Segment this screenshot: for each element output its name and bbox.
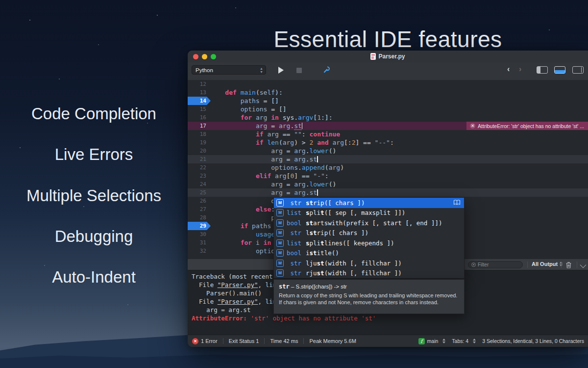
method-badge-icon: M: [276, 209, 284, 216]
method-signature: startswith(prefix [, start [, end ]]): [306, 219, 442, 227]
completion-item[interactable]: Mlistsplit([ sep [, maxsplit ]]): [274, 208, 464, 218]
chevron-down-icon[interactable]: [580, 262, 587, 268]
return-type: str: [284, 199, 301, 207]
line-number[interactable]: 27: [188, 205, 206, 213]
status-item[interactable]: Exit Status 1: [229, 338, 259, 344]
code-token: arg: [256, 114, 267, 121]
line-number[interactable]: 13: [188, 88, 206, 97]
completion-item[interactable]: Mstrstrip([ chars ]): [274, 198, 464, 208]
method-badge-icon: M: [276, 269, 284, 277]
line-number[interactable]: 14: [188, 97, 206, 105]
code-token: st: [310, 156, 318, 163]
file-link[interactable]: "Parser.py": [218, 281, 258, 289]
code-line-23[interactable]: 23 elif arg[0] == "-":: [188, 172, 588, 180]
completion-item[interactable]: Mboolstartswith(prefix [, start [, end ]…: [274, 218, 464, 228]
code-line-20[interactable]: 20 arg = arg.lower(): [188, 147, 588, 155]
function-scope-icon: f: [418, 338, 425, 344]
completion-item[interactable]: Mstrrjust(width [, fillchar ]): [274, 268, 464, 279]
code-token: if: [256, 139, 264, 146]
line-number[interactable]: 20: [188, 147, 206, 155]
back-button[interactable]: ‹: [507, 65, 510, 73]
doc-book-icon[interactable]: [453, 199, 461, 207]
line-number[interactable]: 22: [188, 163, 206, 172]
code-line-18[interactable]: 18 if arg == "": continue: [188, 130, 588, 138]
code-text: elif arg[0] == "-":: [210, 172, 329, 180]
code-token: .: [306, 156, 310, 163]
code-line-19[interactable]: 19 if len(arg) > 2 and arg[:2] == "--":: [188, 138, 588, 147]
file-link[interactable]: "Parser.py": [218, 298, 258, 305]
filter-input[interactable]: Filter: [468, 261, 523, 268]
line-number[interactable]: 17: [188, 122, 206, 130]
status-item[interactable]: ✕1 Error: [192, 338, 218, 344]
forward-button[interactable]: ›: [519, 65, 521, 73]
code-token: def: [225, 89, 236, 96]
view-left-panel-icon[interactable]: [537, 66, 548, 74]
trash-icon[interactable]: [565, 261, 572, 269]
stop-button[interactable]: [296, 68, 302, 73]
code-line-13[interactable]: 13 def main(self):: [188, 88, 588, 97]
code-token: ): [340, 164, 344, 171]
line-number[interactable]: 32: [188, 247, 206, 255]
autocomplete-popup[interactable]: Mstrstrip([ chars ])Mlistsplit([ sep [, …: [273, 197, 465, 279]
line-number[interactable]: 19: [188, 138, 206, 147]
error-x-icon: ✕: [470, 123, 475, 129]
code-line-22[interactable]: 22 options.append(arg): [188, 163, 588, 172]
window-title: Parser.py: [188, 51, 588, 62]
code-line-17[interactable]: 17 arg = arg.st✕AttributeError: 'str' ob…: [188, 122, 588, 130]
run-button[interactable]: [278, 67, 284, 74]
line-number[interactable]: 16: [188, 113, 206, 122]
text-caret: [317, 189, 318, 196]
code-line-21[interactable]: 21 arg = arg.st: [188, 155, 588, 163]
code-token: arg: [294, 181, 305, 188]
window-titlebar[interactable]: Parser.py: [188, 51, 588, 62]
code-token: = []: [267, 105, 286, 113]
line-number[interactable]: 12: [188, 80, 206, 88]
code-line-15[interactable]: 15 options = []: [188, 105, 588, 113]
completion-item[interactable]: Mlistsplitlines([ keepends ]): [274, 238, 464, 248]
line-number[interactable]: 21: [188, 155, 206, 163]
code-text: arg = arg.st: [210, 155, 318, 163]
line-number[interactable]: 15: [188, 105, 206, 113]
status-item[interactable]: fmain: [418, 338, 446, 344]
method-badge-icon: M: [276, 199, 284, 207]
inline-error-badge[interactable]: ✕AttributeError: 'str' object has no att…: [466, 122, 588, 130]
status-item-text: 3 Selections, Identical, 3 Lines, 0 Char…: [482, 338, 584, 344]
code-token: options: [241, 105, 268, 113]
code-line-25[interactable]: 25 arg = arg.st: [188, 188, 588, 197]
view-right-panel-icon[interactable]: [572, 66, 584, 74]
line-number[interactable]: 28: [188, 213, 206, 222]
method-badge-icon: M: [276, 219, 284, 227]
status-item[interactable]: Time 42 ms: [270, 338, 298, 344]
code-line-12[interactable]: 12: [188, 80, 588, 88]
console-line: Traceback (most recent: [192, 272, 273, 281]
code-token: arg: [271, 189, 282, 196]
completion-item[interactable]: Mstrlstrip([ chars ]): [274, 228, 464, 238]
line-number[interactable]: 23: [188, 172, 206, 180]
output-select[interactable]: All Output: [532, 261, 563, 267]
code-token: [210, 239, 241, 246]
language-select[interactable]: Python ▲▼: [192, 65, 266, 75]
line-number[interactable]: 29: [188, 222, 206, 230]
view-bottom-panel-icon[interactable]: [554, 66, 565, 74]
code-token: [:: [344, 139, 352, 146]
completion-item[interactable]: Mboolistitle(): [274, 248, 464, 259]
completion-item[interactable]: Mstrljust(width [, fillchar ]): [274, 258, 464, 268]
line-number[interactable]: 26: [188, 197, 206, 205]
status-item[interactable]: 3 Selections, Identical, 3 Lines, 0 Char…: [482, 338, 584, 344]
doc-body: Return a copy of the string S with leadi…: [279, 292, 459, 306]
run-settings-button[interactable]: [323, 66, 331, 74]
method-signature: split([ sep [, maxsplit ]]): [306, 209, 405, 216]
code-token: =: [283, 181, 294, 188]
code-line-14[interactable]: 14 paths = []: [188, 97, 588, 105]
line-number[interactable]: 18: [188, 130, 206, 138]
status-item[interactable]: Peak Memory 5.6M: [309, 338, 356, 344]
code-line-16[interactable]: 16 for arg in sys.argv[1:]:: [188, 113, 588, 122]
code-token: [210, 247, 256, 255]
status-item[interactable]: Tabs: 4: [452, 338, 476, 344]
line-number[interactable]: 25: [188, 188, 206, 197]
line-number[interactable]: 24: [188, 180, 206, 188]
line-number[interactable]: 30: [188, 230, 206, 238]
line-number[interactable]: 31: [188, 238, 206, 247]
code-line-24[interactable]: 24 arg = arg.lower(): [188, 180, 588, 188]
code-token: [210, 105, 241, 113]
